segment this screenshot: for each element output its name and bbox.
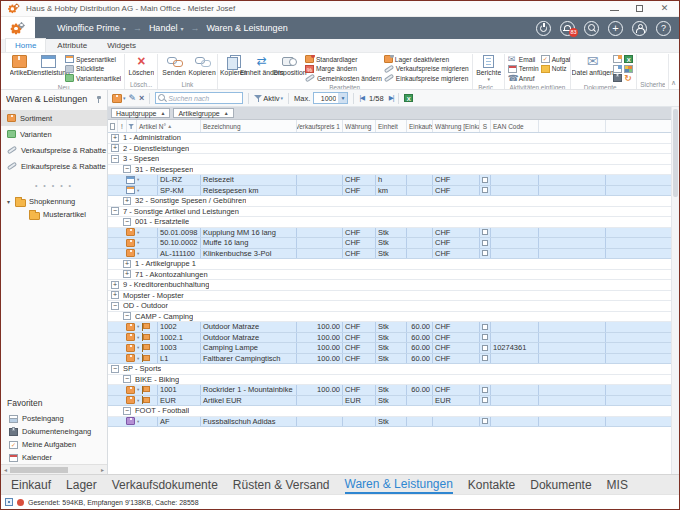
column-header-w-hrung[interactable]: Währung (343, 120, 376, 132)
ribbon-item-aufgabe[interactable]: Aufgabe (541, 55, 571, 64)
sidebar-item-sortiment[interactable]: Sortiment (1, 110, 107, 126)
scroll-left-icon[interactable]: ◂ (1, 466, 10, 473)
expand-icon[interactable]: + (111, 281, 119, 289)
column-filter-icon[interactable] (127, 120, 137, 132)
grid-row-article[interactable]: ▾1003Camping Lampe100.00CHFStk60.00CHF10… (108, 343, 679, 354)
breadcrumb-handel[interactable]: Handel▾ (149, 23, 184, 33)
ribbon-button-datei-anf-gen[interactable]: ✉Datei anfügen (574, 54, 611, 77)
ribbon-button-kopieren[interactable]: Kopieren (189, 54, 215, 77)
max-dropdown-icon[interactable]: ▼ (338, 93, 347, 103)
ribbon-item-icon[interactable]: ↻ (624, 74, 633, 83)
sidebar-hscrollbar[interactable]: ◂ ▸ (1, 464, 107, 474)
expand-icon[interactable]: + (111, 144, 119, 152)
collapse-icon[interactable]: − (123, 375, 131, 383)
grid-row-group[interactable]: −OD - Outdoor (108, 301, 679, 312)
ribbon-item-einkaufspreise-migrieren[interactable]: Einkaufspreise migrieren (384, 74, 469, 83)
ribbon-item-st-ckliste[interactable]: Stückliste (65, 65, 121, 74)
collapse-icon[interactable]: − (123, 218, 131, 226)
column-header-artikel-n[interactable]: Artikel N°▲ (137, 120, 201, 132)
scroll-thumb[interactable] (10, 467, 68, 473)
module-tab-dokumente[interactable]: Dokumente (530, 476, 591, 493)
checkbox[interactable] (482, 240, 488, 246)
minimize-icon[interactable] (610, 4, 619, 13)
grid-row-group[interactable]: −7 - Sonstige Artikel und Leistungen (108, 207, 679, 218)
column-header-rest[interactable] (606, 120, 679, 132)
collapse-icon[interactable]: − (111, 207, 119, 215)
row-dropdown-icon[interactable]: ▾ (137, 251, 139, 256)
ribbon-button-dienstleistung[interactable]: Dienstleistung (34, 54, 63, 77)
grid-row-group[interactable]: +9 - Kreditorenbuchhaltung (108, 280, 679, 291)
ribbon-button-l-schen[interactable]: ×Löschen (128, 54, 154, 77)
module-tab-einkauf[interactable]: Einkauf (11, 476, 51, 493)
group-by-chip-artikelgruppe[interactable]: Artikelgruppe▲ (173, 108, 233, 118)
group-by-chip-hauptgruppe[interactable]: Hauptgruppe▲ (111, 108, 170, 118)
breadcrumb-winoffice-prime[interactable]: Winoffice Prime▾ (57, 23, 126, 33)
favorite-kalender[interactable]: Kalender (1, 451, 107, 464)
checkbox[interactable] (482, 355, 488, 361)
module-tab-verkaufsdokumente[interactable]: Verkaufsdokumente (112, 476, 218, 493)
maximize-icon[interactable] (635, 4, 644, 13)
ribbon-item-lager-deaktivieren[interactable]: Lager deaktivieren (384, 55, 469, 64)
tree-node-shopkennung[interactable]: ▾Shopkennung (1, 195, 107, 208)
grid-row-group[interactable]: +71 - Akontozahlungen (108, 270, 679, 281)
grid-row-article[interactable]: ▾1001Rockrider 1 - Mountainbike100.00CHF… (108, 385, 679, 396)
tab-widgets[interactable]: Widgets (98, 39, 145, 52)
row-dropdown-icon[interactable]: ▾ (137, 345, 139, 350)
ribbon-button-einheit-ndern[interactable]: ⇄Einheit ändern (249, 54, 275, 77)
expand-icon[interactable]: + (123, 197, 131, 205)
ribbon-item-verkaufspreise-migrieren[interactable]: Verkaufspreise migrieren (384, 65, 469, 74)
ribbon-item-icon[interactable] (613, 55, 622, 64)
checkbox[interactable] (482, 387, 488, 393)
module-tab-lager[interactable]: Lager (66, 476, 97, 493)
column-header-bezeichnung[interactable]: Bezeichnung (201, 120, 297, 132)
row-dropdown-icon[interactable]: ▾ (137, 240, 139, 245)
grid-row-article[interactable]: ▾50.01.0098Kupplung MM 16 langCHFStkCHF (108, 228, 679, 239)
grid-row-group[interactable]: +2 - Dienstleistungen (108, 144, 679, 155)
column-header-w-hrung-einkauf[interactable]: Währung [Einkauf] (433, 120, 480, 132)
new-record-button[interactable]: ▾ (112, 94, 126, 103)
grid-row-article[interactable]: ▾EURArtikel EUREURStkEUR (108, 396, 679, 407)
collapse-icon[interactable]: − (123, 407, 131, 415)
user-icon[interactable] (632, 21, 647, 36)
column-header-einheit[interactable]: Einheit (376, 120, 407, 132)
row-dropdown-icon[interactable]: ▾ (137, 335, 139, 340)
search-input[interactable] (168, 95, 238, 102)
favorite-posteingang[interactable]: Posteingang (1, 412, 107, 425)
ribbon-item-standardlager[interactable]: Standardlager (305, 55, 382, 64)
grid-row-group[interactable]: −BIKE - Biking (108, 375, 679, 386)
grid-row-group[interactable]: −CAMP - Camping (108, 312, 679, 323)
search-icon[interactable] (584, 21, 599, 36)
grid-row-article[interactable]: ▾SP-KMReisespesen kmCHFkmCHF (108, 186, 679, 197)
checkbox[interactable] (482, 397, 488, 403)
vscroll-thumb[interactable] (673, 109, 678, 197)
grid-row-group[interactable]: +32 - Sonstige Spesen / Gebühren (108, 196, 679, 207)
expand-icon[interactable]: + (111, 291, 119, 299)
collapse-icon[interactable]: − (123, 165, 131, 173)
edit-button[interactable]: ✎ (129, 93, 137, 103)
ribbon-item-notiz[interactable]: Notiz (541, 65, 571, 74)
ribbon-item-variantenartikel[interactable]: Variantenartikel (65, 74, 121, 83)
column-doc-icon[interactable] (108, 120, 118, 132)
row-dropdown-icon[interactable]: ▾ (137, 230, 139, 235)
column-header-empty[interactable] (539, 120, 606, 132)
expand-icon[interactable]: + (123, 260, 131, 268)
row-dropdown-icon[interactable]: ▾ (137, 398, 139, 403)
sidebar-item-varianten[interactable]: Varianten (1, 126, 107, 142)
tree-node-musterartikel[interactable]: Musterartikel (1, 208, 107, 221)
sidebar-item-verkaufspreise-rabatte[interactable]: Verkaufspreise & Rabatte (1, 142, 107, 158)
ribbon-collapse-icon[interactable]: ∧ (671, 79, 676, 87)
row-dropdown-icon[interactable]: ▾ (137, 177, 139, 182)
grid-row-article[interactable]: ▾L1Faltbarer Campingtisch100.00CHFStk60.… (108, 354, 679, 365)
tab-home[interactable]: Home (5, 38, 46, 52)
ribbon-button-senden[interactable]: Senden (161, 54, 187, 77)
row-dropdown-icon[interactable]: ▾ (137, 188, 139, 193)
ribbon-item-icon[interactable] (613, 74, 622, 83)
close-icon[interactable]: ✕ (660, 4, 669, 13)
favorite-meine-aufgaben[interactable]: Meine Aufgaben (1, 438, 107, 451)
ribbon-item-gemeinkosten-ndern[interactable]: Gemeinkosten ändern (305, 74, 382, 83)
ribbon-item-icon[interactable] (613, 65, 622, 74)
grid-row-article[interactable]: ▾AFFussballschuh AdidasStk (108, 417, 679, 428)
tab-attribute[interactable]: Attribute (48, 39, 96, 52)
grid-row-group[interactable]: −SP - Sports (108, 364, 679, 375)
module-tab-waren-leistungen[interactable]: Waren & Leistungen (345, 475, 453, 494)
